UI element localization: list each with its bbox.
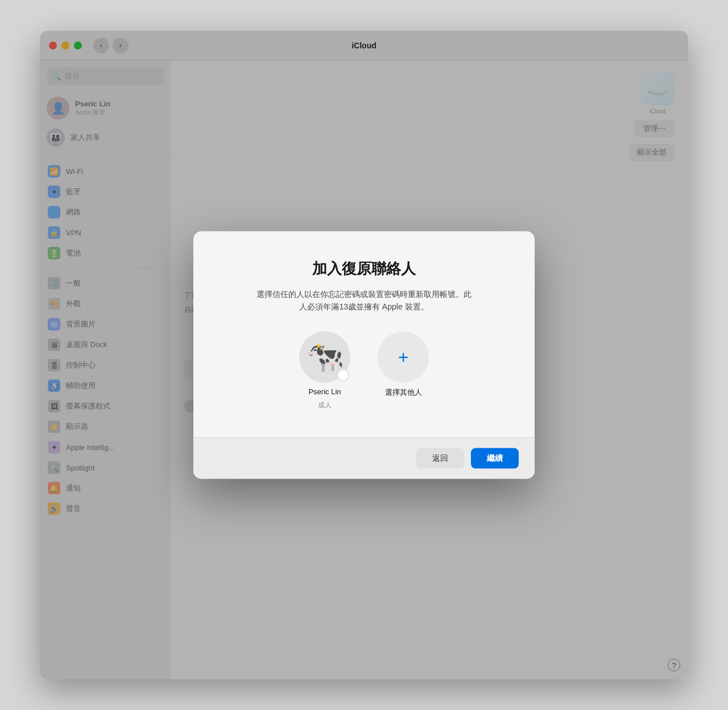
contact-emoji: 🐄 [306, 339, 344, 375]
contact-badge [337, 369, 349, 381]
dialog-title: 加入復原聯絡人 [312, 259, 416, 279]
window: ‹ › iCloud 🔍 搜尋 👤 Pseric Lin Apple 帳號 👨‍… [40, 31, 688, 679]
add-other-label: 選擇其他人 [385, 387, 422, 397]
dialog-body: 加入復原聯絡人 選擇信任的人以在你忘記密碼或裝置密碼時重新取用帳號。此人必須年滿… [193, 232, 535, 437]
continue-button[interactable]: 繼續 [471, 448, 519, 468]
contacts-row: 🐄 Pseric Lin 成人 + 選擇其他人 [299, 331, 429, 410]
contact-sub: 成人 [318, 400, 332, 410]
back-button[interactable]: 返回 [416, 448, 464, 468]
add-contact-circle[interactable]: + [378, 331, 429, 382]
contact-item-pseric[interactable]: 🐄 Pseric Lin 成人 [299, 331, 350, 410]
dialog-description: 選擇信任的人以在你忘記密碼或裝置密碼時重新取用帳號。此人必須年滿13歲並擁有 A… [256, 288, 472, 313]
dialog: 加入復原聯絡人 選擇信任的人以在你忘記密碼或裝置密碼時重新取用帳號。此人必須年滿… [193, 232, 535, 479]
contact-name: Pseric Lin [308, 387, 341, 395]
dialog-footer: 返回 繼續 [193, 437, 535, 478]
contact-avatar: 🐄 [299, 331, 350, 382]
add-other-item[interactable]: + 選擇其他人 [378, 331, 429, 397]
add-plus-icon: + [398, 348, 409, 366]
